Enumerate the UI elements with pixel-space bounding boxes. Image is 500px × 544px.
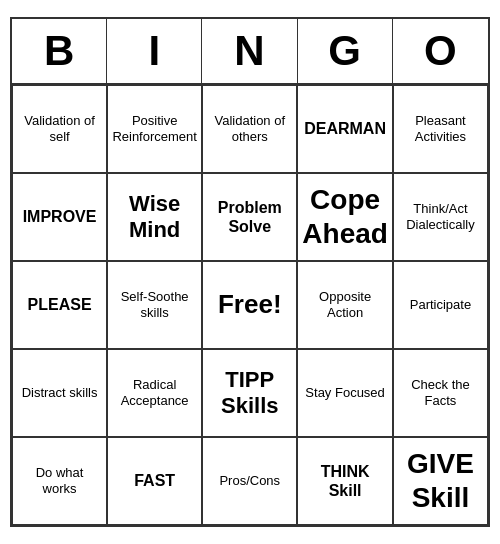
bingo-card: BINGO Validation of selfPositive Reinfor… (10, 17, 490, 527)
header-letter-I: I (107, 19, 202, 83)
cell-r0-c1: Positive Reinforcement (107, 85, 202, 173)
cell-r0-c0: Validation of self (12, 85, 107, 173)
cell-r1-c0: IMPROVE (12, 173, 107, 261)
cell-r2-c3: Opposite Action (297, 261, 393, 349)
cell-r1-c3: Cope Ahead (297, 173, 393, 261)
bingo-header: BINGO (12, 19, 488, 85)
cell-r1-c1: Wise Mind (107, 173, 202, 261)
cell-r0-c3: DEARMAN (297, 85, 393, 173)
cell-r0-c4: Pleasant Activities (393, 85, 488, 173)
cell-r3-c3: Stay Focused (297, 349, 393, 437)
cell-r1-c4: Think/Act Dialectically (393, 173, 488, 261)
cell-r4-c4: GIVE Skill (393, 437, 488, 525)
header-letter-B: B (12, 19, 107, 83)
header-letter-G: G (298, 19, 393, 83)
cell-r3-c4: Check the Facts (393, 349, 488, 437)
cell-r0-c2: Validation of others (202, 85, 297, 173)
cell-r4-c1: FAST (107, 437, 202, 525)
header-letter-N: N (202, 19, 297, 83)
cell-r2-c0: PLEASE (12, 261, 107, 349)
cell-r4-c3: THINK Skill (297, 437, 393, 525)
cell-r1-c2: Problem Solve (202, 173, 297, 261)
cell-r2-c1: Self-Soothe skills (107, 261, 202, 349)
cell-r2-c2: Free! (202, 261, 297, 349)
cell-r3-c1: Radical Acceptance (107, 349, 202, 437)
header-letter-O: O (393, 19, 488, 83)
cell-r3-c2: TIPP Skills (202, 349, 297, 437)
cell-r4-c0: Do what works (12, 437, 107, 525)
cell-r3-c0: Distract skills (12, 349, 107, 437)
cell-r2-c4: Participate (393, 261, 488, 349)
bingo-grid: Validation of selfPositive Reinforcement… (12, 85, 488, 525)
cell-r4-c2: Pros/Cons (202, 437, 297, 525)
